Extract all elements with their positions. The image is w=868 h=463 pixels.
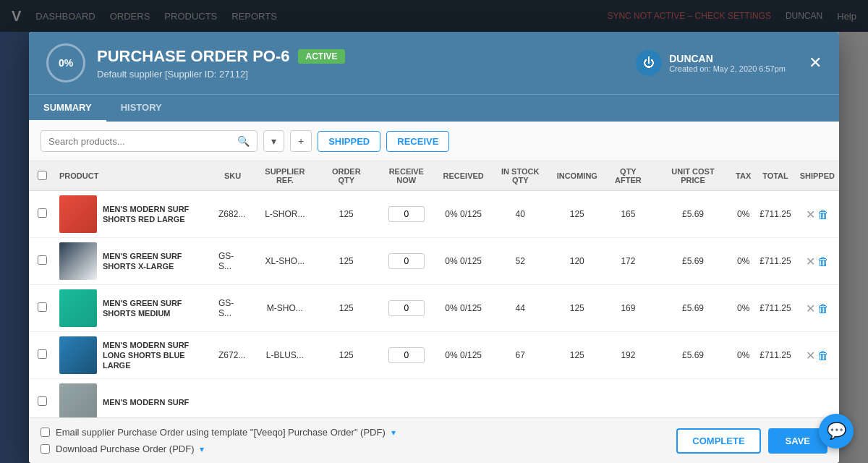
modal-footer: Email supplier Purchase Order using temp… xyxy=(29,417,839,463)
modal-header: 0% PURCHASE ORDER PO-6 ACTIVE Default su… xyxy=(29,32,839,94)
receive-now-1[interactable] xyxy=(374,238,438,285)
col-qty-after: QTY AFTER xyxy=(602,161,655,191)
order-qty-3: 125 xyxy=(318,332,374,379)
receive-now-input-3[interactable] xyxy=(388,347,425,363)
table-row: MEN'S GREEN SURF SHORTS MEDIUM GS-S... M… xyxy=(29,285,839,332)
col-received: RECEIVED xyxy=(439,161,488,191)
cancel-row-3[interactable]: ✕ xyxy=(806,349,815,362)
product-cell-4: MEN'S MODERN SURF xyxy=(59,383,210,417)
row-checkbox-1[interactable] xyxy=(38,255,47,265)
product-cell-1: MEN'S GREEN SURF SHORTS X-LARGE xyxy=(59,242,210,280)
modal-user-name: DUNCAN xyxy=(669,53,786,64)
supplier-ref-2: M-SHO... xyxy=(251,285,318,332)
tab-history[interactable]: HISTORY xyxy=(106,95,176,122)
product-name-3: MEN'S MODERN SURF LONG SHORTS BLUE LARGE xyxy=(103,340,210,371)
incoming-4 xyxy=(553,379,602,418)
dropdown-button[interactable]: ▾ xyxy=(263,130,284,152)
add-button[interactable]: + xyxy=(290,130,312,152)
tab-summary[interactable]: SUMMARY xyxy=(29,95,106,122)
download-dropdown-icon[interactable]: ▾ xyxy=(200,444,204,454)
receive-now-2[interactable] xyxy=(374,285,438,332)
receive-now-0[interactable] xyxy=(374,191,438,238)
cancel-row-2[interactable]: ✕ xyxy=(806,302,815,315)
delete-row-3[interactable]: 🗑 xyxy=(817,349,829,362)
incoming-0: 125 xyxy=(553,191,602,238)
delete-row-2[interactable]: 🗑 xyxy=(817,302,829,315)
tax-0: 0% xyxy=(731,191,755,238)
modal-overlay: 0% PURCHASE ORDER PO-6 ACTIVE Default su… xyxy=(0,0,868,463)
sku-1: GS-S... xyxy=(214,238,251,285)
col-unit-cost: UNIT COST PRICE xyxy=(655,161,731,191)
sku-4 xyxy=(214,379,251,418)
email-dropdown-icon[interactable]: ▾ xyxy=(391,428,396,438)
select-all-checkbox[interactable] xyxy=(38,171,47,180)
footer-left: Email supplier Purchase Order using temp… xyxy=(41,427,396,454)
order-qty-2: 125 xyxy=(318,285,374,332)
receive-now-input-2[interactable] xyxy=(388,300,425,316)
col-order-qty: ORDER QTY xyxy=(318,161,374,191)
supplier-ref-3: L-BLUS... xyxy=(251,332,318,379)
qty-after-0: 165 xyxy=(602,191,655,238)
toolbar: 🔍 ▾ + SHIPPED RECEIVE xyxy=(29,122,839,161)
cancel-row-1[interactable]: ✕ xyxy=(806,255,815,268)
product-cell-0: MEN'S MODERN SURF SHORTS RED LARGE xyxy=(59,195,210,233)
search-input[interactable] xyxy=(48,136,237,147)
unit-cost-2: £5.69 xyxy=(655,285,731,332)
col-shipped: SHIPPED xyxy=(796,161,839,191)
cancel-row-0[interactable]: ✕ xyxy=(806,208,815,221)
search-box[interactable]: 🔍 xyxy=(41,130,258,152)
email-checkbox[interactable] xyxy=(41,428,50,437)
tax-1: 0% xyxy=(731,238,755,285)
download-checkbox[interactable] xyxy=(41,444,50,454)
close-button[interactable]: ✕ xyxy=(809,55,822,71)
product-thumb-0 xyxy=(59,195,97,233)
modal-user-area: ⏻ DUNCAN Created on: May 2, 2020 6:57pm xyxy=(636,50,786,76)
total-3: £711.25 xyxy=(755,332,795,379)
receive-now-3[interactable] xyxy=(374,332,438,379)
chat-button[interactable]: 💬 xyxy=(819,414,854,449)
col-tax: TAX xyxy=(731,161,755,191)
delete-row-1[interactable]: 🗑 xyxy=(817,255,829,268)
in-stock-4 xyxy=(488,379,553,418)
delete-row-0[interactable]: 🗑 xyxy=(817,208,829,221)
complete-button[interactable]: COMPLETE xyxy=(676,428,760,454)
row-checkbox-3[interactable] xyxy=(38,349,47,359)
received-2: 0% 0/125 xyxy=(439,285,488,332)
product-name-2: MEN'S GREEN SURF SHORTS MEDIUM xyxy=(103,298,210,319)
row-checkbox-0[interactable] xyxy=(38,208,47,218)
receive-button[interactable]: RECEIVE xyxy=(386,131,449,152)
col-sku: SKU xyxy=(214,161,251,191)
progress-circle: 0% xyxy=(46,43,85,82)
purchase-order-modal: 0% PURCHASE ORDER PO-6 ACTIVE Default su… xyxy=(29,32,839,463)
tax-2: 0% xyxy=(731,285,755,332)
in-stock-0: 40 xyxy=(488,191,553,238)
tax-4 xyxy=(731,379,755,418)
total-1: £711.25 xyxy=(755,238,795,285)
table-row: MEN'S MODERN SURF SHORTS RED LARGE Z682.… xyxy=(29,191,839,238)
receive-now-input-0[interactable] xyxy=(388,206,425,222)
order-qty-1: 125 xyxy=(318,238,374,285)
receive-now-4[interactable] xyxy=(374,379,438,418)
received-1: 0% 0/125 xyxy=(439,238,488,285)
search-icon: 🔍 xyxy=(237,135,250,147)
email-label: Email supplier Purchase Order using temp… xyxy=(56,427,386,438)
product-thumb-1 xyxy=(59,242,97,280)
receive-now-input-1[interactable] xyxy=(388,253,425,269)
modal-user-date: Created on: May 2, 2020 6:57pm xyxy=(669,64,786,73)
row-checkbox-4[interactable] xyxy=(38,396,47,406)
incoming-1: 120 xyxy=(553,238,602,285)
table-row: MEN'S MODERN SURF LONG SHORTS BLUE LARGE… xyxy=(29,332,839,379)
shipped-button[interactable]: SHIPPED xyxy=(318,131,380,152)
incoming-2: 125 xyxy=(553,285,602,332)
row-checkbox-2[interactable] xyxy=(38,302,47,312)
sku-3: Z672... xyxy=(214,332,251,379)
modal-supplier: Default supplier [Supplier ID: 27112] xyxy=(97,69,624,80)
table-row: MEN'S MODERN SURF xyxy=(29,379,839,418)
modal-user-info: DUNCAN Created on: May 2, 2020 6:57pm xyxy=(669,53,786,73)
sku-0: Z682... xyxy=(214,191,251,238)
col-product: PRODUCT xyxy=(55,161,214,191)
order-qty-4 xyxy=(318,379,374,418)
actions-4 xyxy=(796,379,839,418)
unit-cost-0: £5.69 xyxy=(655,191,731,238)
product-name-0: MEN'S MODERN SURF SHORTS RED LARGE xyxy=(103,204,210,225)
